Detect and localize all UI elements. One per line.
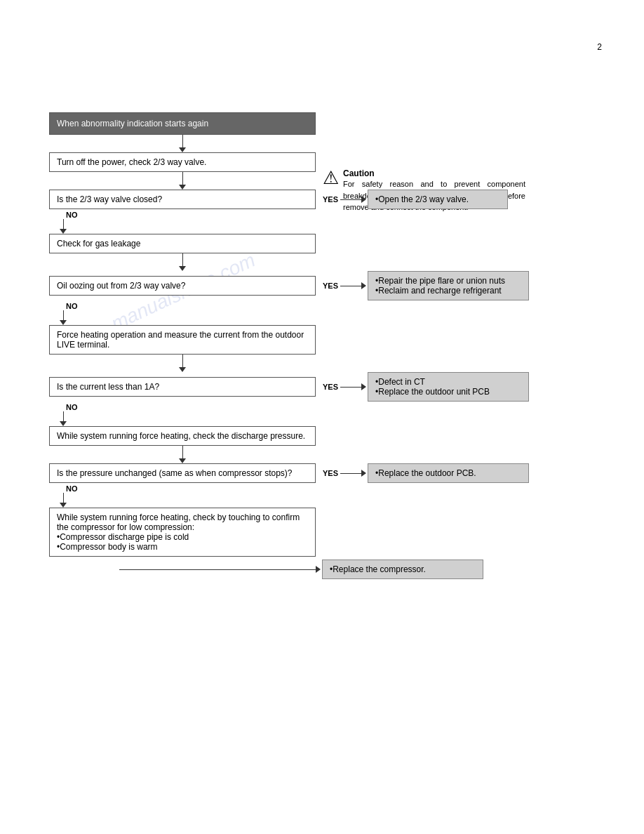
step7-box: While system running force heating, chec… (49, 426, 316, 446)
step6-question-box: Is the current less than 1A? (49, 377, 316, 397)
step3-box: Check for gas leakage (49, 234, 316, 253)
step4-no-label: NO (66, 302, 78, 310)
step4-yes-label: YES (323, 282, 338, 290)
step2-yes-answer: •Open the 2/3 way valve. (368, 190, 508, 209)
step6-no-label: NO (66, 403, 78, 411)
step2-question-box: Is the 2/3 way valve closed? (49, 190, 316, 209)
flowchart: When abnormality indication starts again… (49, 112, 624, 579)
step5-box: Force heating operation and measure the … (49, 325, 316, 355)
step8-question-box: Is the pressure unchanged (same as when … (49, 463, 316, 483)
step8-yes-label: YES (323, 469, 338, 477)
step1-box: Turn off the power, check 2/3 way valve. (49, 152, 316, 172)
start-box: When abnormality indication starts again (49, 112, 316, 135)
step4-question-box: Oil oozing out from 2/3 way valve? (49, 276, 316, 296)
step10-answer: •Replace the compressor. (322, 560, 483, 579)
step6-yes-label: YES (323, 383, 338, 391)
page-number: 2 (597, 42, 602, 52)
step8-yes-answer: •Replace the outdoor PCB. (368, 463, 529, 483)
step8-no-label: NO (66, 484, 78, 493)
step9-box: While system running force heating, chec… (49, 508, 316, 557)
step2-no-label: NO (66, 211, 78, 219)
step6-yes-answer: •Defect in CT •Replace the outdoor unit … (368, 372, 529, 402)
step4-yes-answer: •Repair the pipe flare or union nuts •Re… (368, 271, 529, 300)
step2-yes-label: YES (323, 195, 338, 204)
